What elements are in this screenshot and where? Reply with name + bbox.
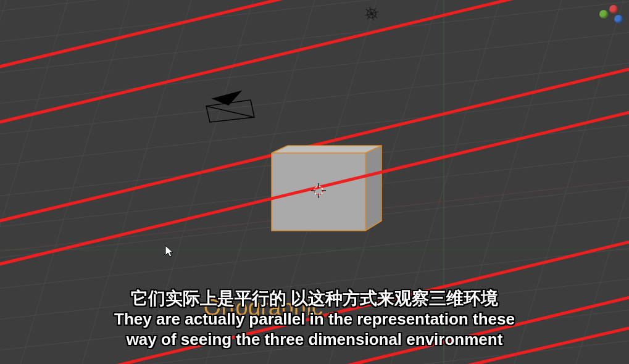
svg-line-24	[432, 0, 580, 364]
camera-object[interactable]	[206, 91, 254, 122]
svg-marker-44	[272, 146, 381, 153]
mouse-pointer	[165, 246, 173, 257]
nav-gizmo-x[interactable]	[609, 5, 618, 14]
svg-line-25	[494, 0, 629, 364]
svg-marker-35	[213, 91, 241, 105]
svg-line-18	[62, 0, 210, 364]
svg-marker-43	[365, 146, 381, 231]
svg-line-23	[370, 0, 519, 364]
svg-line-33	[74, 321, 629, 364]
nav-gizmo-y[interactable]	[599, 10, 608, 19]
svg-line-36	[206, 106, 254, 117]
cube-object[interactable]	[272, 146, 381, 231]
light-empty[interactable]	[365, 7, 378, 20]
svg-line-14	[0, 358, 629, 364]
nav-gizmo[interactable]	[588, 4, 625, 28]
svg-line-17	[0, 0, 148, 364]
svg-line-29	[0, 0, 629, 130]
annotation-label: Ortographic	[204, 295, 323, 321]
svg-line-3	[0, 19, 629, 117]
svg-line-15	[0, 0, 25, 364]
viewport-3d[interactable]: Ortographic 它们实际上是平行的 以这种方式来观察三维环境 They …	[0, 0, 629, 364]
svg-marker-52	[165, 246, 173, 257]
nav-gizmo-z[interactable]	[614, 15, 623, 23]
svg-marker-45	[272, 153, 365, 231]
